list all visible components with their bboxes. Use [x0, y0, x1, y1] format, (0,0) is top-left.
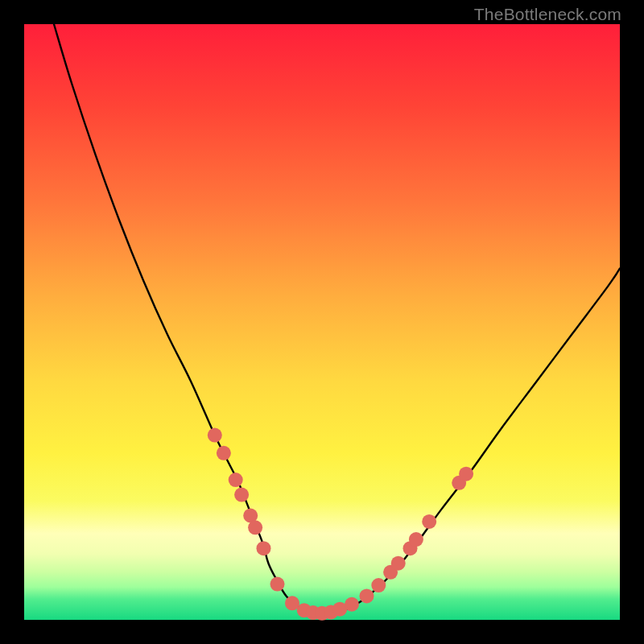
data-marker — [391, 556, 406, 571]
data-marker — [409, 532, 423, 547]
watermark-text: TheBottleneck.com — [474, 5, 621, 24]
data-marker — [371, 578, 386, 592]
data-marker — [270, 577, 285, 592]
data-marker — [459, 467, 473, 481]
plot-area — [24, 24, 620, 620]
marker-layer — [24, 24, 620, 620]
data-marker — [248, 520, 262, 535]
data-marker — [234, 488, 249, 502]
data-marker — [256, 541, 270, 555]
data-marker — [360, 588, 374, 603]
data-marker — [229, 473, 243, 487]
data-marker — [217, 446, 231, 460]
data-marker — [422, 514, 436, 529]
data-marker — [208, 428, 222, 443]
data-marker — [345, 597, 359, 612]
outer-black-frame: TheBottleneck.com — [0, 0, 644, 644]
